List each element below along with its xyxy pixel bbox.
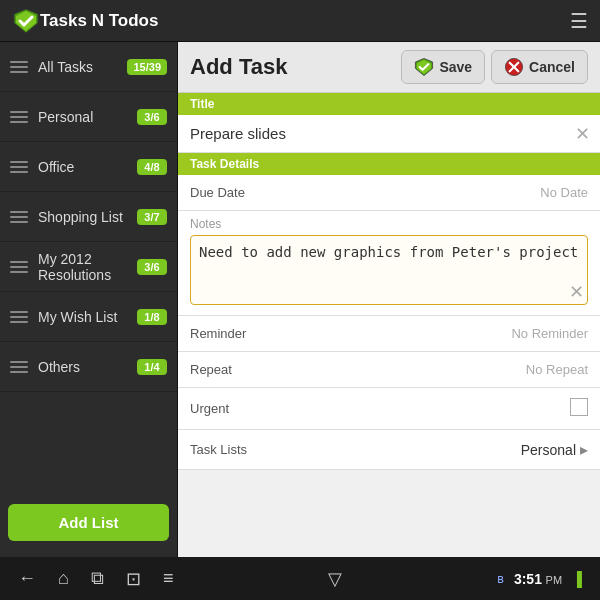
sidebar-label-personal: Personal	[38, 109, 137, 125]
sidebar-label-my-wish-list: My Wish List	[38, 309, 137, 325]
title-section-header: Title	[178, 93, 600, 115]
ampm-display: PM	[546, 574, 563, 586]
sidebar-label-others: Others	[38, 359, 137, 375]
reminder-row: Reminder No Reminder	[178, 316, 600, 352]
menu-icon[interactable]: ☰	[570, 9, 588, 33]
bluetooth-icon: ʙ	[497, 572, 504, 586]
cancel-label: Cancel	[529, 59, 575, 75]
notes-label: Notes	[190, 217, 588, 231]
main-layout: All Tasks 15/39 Personal 3/6 Office 4/8 …	[0, 42, 600, 557]
form-area: Title ✕ Task Details Due Date No Date No…	[178, 93, 600, 557]
notes-wrap: Need to add new graphics from Peter's pr…	[190, 235, 588, 309]
sidebar-item-all-tasks[interactable]: All Tasks 15/39	[0, 42, 177, 92]
notes-textarea[interactable]: Need to add new graphics from Peter's pr…	[190, 235, 588, 305]
repeat-value[interactable]: No Repeat	[280, 362, 588, 377]
task-lists-label: Task Lists	[190, 442, 521, 457]
clear-notes-icon[interactable]: ✕	[569, 281, 584, 303]
center-nav-icon[interactable]: ▽	[328, 568, 342, 590]
reminder-label: Reminder	[190, 326, 280, 341]
cancel-icon	[504, 57, 524, 77]
urgent-label: Urgent	[190, 401, 280, 416]
save-icon	[414, 57, 434, 77]
cancel-button[interactable]: Cancel	[491, 50, 588, 84]
lines-icon	[10, 361, 28, 373]
app-logo	[12, 7, 40, 35]
task-lists-value: Personal	[521, 442, 576, 458]
sidebar-item-office[interactable]: Office 4/8	[0, 142, 177, 192]
app-title: Tasks N Todos	[40, 11, 570, 31]
title-input[interactable]	[178, 115, 600, 152]
back-icon[interactable]: ←	[18, 568, 36, 590]
repeat-label: Repeat	[190, 362, 280, 377]
lines-icon	[10, 261, 28, 273]
repeat-row: Repeat No Repeat	[178, 352, 600, 388]
overflow-menu-icon[interactable]: ≡	[163, 568, 174, 590]
sidebar-badge-my-2012-resolutions: 3/6	[137, 259, 167, 275]
clock: 3:51 PM	[514, 571, 562, 587]
bottom-bar: ← ⌂ ⧉ ⊡ ≡ ▽ ʙ 3:51 PM ▐	[0, 557, 600, 600]
due-date-label: Due Date	[190, 185, 280, 200]
notes-section: Notes Need to add new graphics from Pete…	[178, 211, 600, 316]
bottom-right: ʙ 3:51 PM ▐	[497, 571, 582, 587]
signal-icon: ▐	[572, 571, 582, 587]
lines-icon	[10, 61, 28, 73]
title-row: ✕	[178, 115, 600, 153]
lines-icon	[10, 311, 28, 323]
sidebar-item-personal[interactable]: Personal 3/6	[0, 92, 177, 142]
sidebar-badge-all-tasks: 15/39	[127, 59, 167, 75]
recent-apps-icon[interactable]: ⧉	[91, 568, 104, 590]
sidebar-label-all-tasks: All Tasks	[38, 59, 127, 75]
urgent-checkbox[interactable]	[570, 398, 588, 416]
save-label: Save	[439, 59, 472, 75]
sidebar-item-my-2012-resolutions[interactable]: My 2012 Resolutions 3/6	[0, 242, 177, 292]
sidebar-badge-others: 1/4	[137, 359, 167, 375]
save-button[interactable]: Save	[401, 50, 485, 84]
content-area: Add Task Save Cancel Tit	[178, 42, 600, 557]
sidebar: All Tasks 15/39 Personal 3/6 Office 4/8 …	[0, 42, 178, 557]
urgent-value	[280, 398, 588, 419]
add-list-button[interactable]: Add List	[8, 504, 169, 541]
due-date-row: Due Date No Date	[178, 175, 600, 211]
task-lists-arrow-icon: ▸	[580, 440, 588, 459]
lines-icon	[10, 111, 28, 123]
bottom-nav: ← ⌂ ⧉ ⊡ ≡	[18, 568, 173, 590]
screenshot-icon[interactable]: ⊡	[126, 568, 141, 590]
lines-icon	[10, 161, 28, 173]
urgent-row: Urgent	[178, 388, 600, 430]
page-title: Add Task	[190, 54, 401, 80]
sidebar-label-office: Office	[38, 159, 137, 175]
sidebar-badge-personal: 3/6	[137, 109, 167, 125]
sidebar-item-my-wish-list[interactable]: My Wish List 1/8	[0, 292, 177, 342]
due-date-value[interactable]: No Date	[280, 185, 588, 200]
task-lists-row[interactable]: Task Lists Personal ▸	[178, 430, 600, 470]
content-header: Add Task Save Cancel	[178, 42, 600, 93]
top-bar: Tasks N Todos ☰	[0, 0, 600, 42]
sidebar-label-my-2012-resolutions: My 2012 Resolutions	[38, 251, 137, 283]
sidebar-item-others[interactable]: Others 1/4	[0, 342, 177, 392]
sidebar-badge-shopping-list: 3/7	[137, 209, 167, 225]
sidebar-badge-office: 4/8	[137, 159, 167, 175]
clear-title-icon[interactable]: ✕	[575, 123, 590, 145]
reminder-value[interactable]: No Reminder	[280, 326, 588, 341]
sidebar-label-shopping-list: Shopping List	[38, 209, 137, 225]
sidebar-item-shopping-list[interactable]: Shopping List 3/7	[0, 192, 177, 242]
home-icon[interactable]: ⌂	[58, 568, 69, 590]
task-details-section-header: Task Details	[178, 153, 600, 175]
time-display: 3:51	[514, 571, 542, 587]
sidebar-badge-my-wish-list: 1/8	[137, 309, 167, 325]
lines-icon	[10, 211, 28, 223]
